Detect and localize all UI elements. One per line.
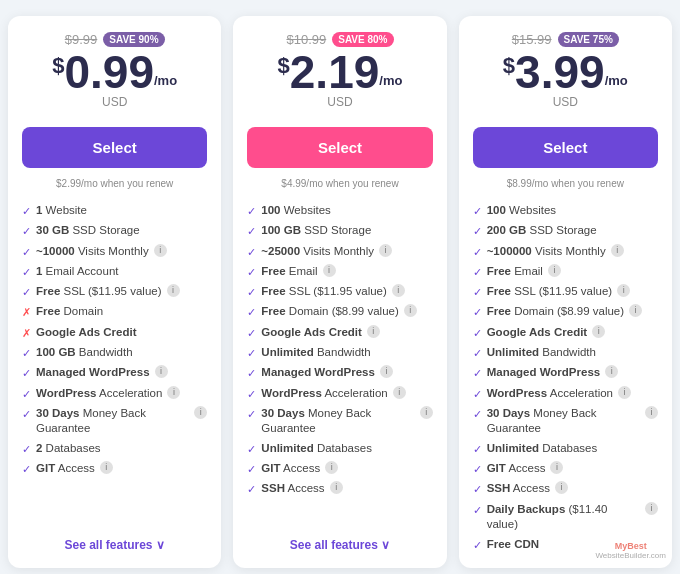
info-icon[interactable]: i <box>325 461 338 474</box>
info-icon[interactable]: i <box>323 264 336 277</box>
check-icon: ✓ <box>22 224 31 238</box>
info-icon[interactable]: i <box>379 244 392 257</box>
check-icon: ✓ <box>247 482 256 496</box>
feature-item: ✗Google Ads Credit <box>22 325 207 340</box>
see-all-features-link[interactable]: See all features ∨ <box>22 528 207 552</box>
price-amount: 2.19 <box>290 49 380 95</box>
info-icon[interactable]: i <box>100 461 113 474</box>
check-icon: ✓ <box>22 442 31 456</box>
feature-text: Google Ads Credit <box>487 325 588 340</box>
features-list-premium: ✓100 Websites✓200 GB SSD Storage✓~100000… <box>473 203 658 552</box>
feature-item: ✓GIT Accessi <box>22 461 207 476</box>
info-icon[interactable]: i <box>154 244 167 257</box>
info-icon[interactable]: i <box>629 304 642 317</box>
info-icon[interactable]: i <box>167 284 180 297</box>
info-icon[interactable]: i <box>611 244 624 257</box>
check-icon: ✓ <box>247 462 256 476</box>
feature-text: 1 Email Account <box>36 264 118 279</box>
feature-item: ✓WordPress Accelerationi <box>247 386 432 401</box>
feature-text: Free Domain ($8.99 value) <box>261 304 398 319</box>
plan-header-premium: $15.99SAVE 75%$3.99/moUSD <box>473 32 658 115</box>
per-month-label: /mo <box>379 74 402 87</box>
feature-text: 100 GB SSD Storage <box>261 223 371 238</box>
feature-item: ✓Managed WordPressi <box>22 365 207 380</box>
feature-text: Free Domain ($8.99 value) <box>487 304 624 319</box>
select-button-business[interactable]: Select <box>247 127 432 168</box>
info-icon[interactable]: i <box>555 481 568 494</box>
feature-text: Daily Backups ($11.40 value) <box>487 502 640 532</box>
info-icon[interactable]: i <box>645 406 658 419</box>
plan-header-business: $10.99SAVE 80%$2.19/moUSD <box>247 32 432 115</box>
cross-icon: ✗ <box>22 326 31 340</box>
original-price: $10.99 <box>286 32 326 47</box>
feature-item: ✓100 GB Bandwidth <box>22 345 207 360</box>
usd-label: USD <box>247 95 432 109</box>
feature-item: ✓SSH Accessi <box>247 481 432 496</box>
info-icon[interactable]: i <box>404 304 417 317</box>
feature-text: ~100000 Visits Monthly <box>487 244 606 259</box>
check-icon: ✓ <box>473 366 482 380</box>
feature-item: ✗Free Domain <box>22 304 207 319</box>
info-icon[interactable]: i <box>550 461 563 474</box>
info-icon[interactable]: i <box>548 264 561 277</box>
usd-label: USD <box>473 95 658 109</box>
original-price: $15.99 <box>512 32 552 47</box>
check-icon: ✓ <box>247 442 256 456</box>
save-badge: SAVE 90% <box>103 32 164 47</box>
info-icon[interactable]: i <box>393 386 406 399</box>
feature-text: Free Email <box>487 264 543 279</box>
feature-item: ✓Free Emaili <box>473 264 658 279</box>
info-icon[interactable]: i <box>617 284 630 297</box>
select-button-basic[interactable]: Select <box>22 127 207 168</box>
info-icon[interactable]: i <box>420 406 433 419</box>
check-icon: ✓ <box>22 245 31 259</box>
info-icon[interactable]: i <box>155 365 168 378</box>
info-icon[interactable]: i <box>592 325 605 338</box>
check-icon: ✓ <box>473 387 482 401</box>
currency-symbol: $ <box>52 55 64 77</box>
info-icon[interactable]: i <box>167 386 180 399</box>
check-icon: ✓ <box>473 407 482 421</box>
watermark-text: WebsiteBuilder.com <box>595 551 666 560</box>
plans-container: $9.99SAVE 90%$0.99/moUSDSelect$2.99/mo w… <box>8 16 672 568</box>
feature-text: 2 Databases <box>36 441 101 456</box>
check-icon: ✓ <box>247 204 256 218</box>
feature-item: ✓Unlimited Bandwidth <box>473 345 658 360</box>
feature-text: WordPress Acceleration <box>261 386 387 401</box>
info-icon[interactable]: i <box>330 481 343 494</box>
feature-item: ✓Unlimited Databases <box>247 441 432 456</box>
check-icon: ✓ <box>247 326 256 340</box>
save-badge: SAVE 80% <box>332 32 393 47</box>
info-icon[interactable]: i <box>618 386 631 399</box>
info-icon[interactable]: i <box>392 284 405 297</box>
feature-item: ✓WordPress Accelerationi <box>22 386 207 401</box>
feature-item: ✓~100000 Visits Monthlyi <box>473 244 658 259</box>
info-icon[interactable]: i <box>380 365 393 378</box>
check-icon: ✓ <box>473 346 482 360</box>
renew-text: $8.99/mo when you renew <box>473 178 658 189</box>
feature-text: 100 Websites <box>487 203 556 218</box>
feature-text: Unlimited Databases <box>487 441 598 456</box>
feature-text: Free Domain <box>36 304 103 319</box>
original-price: $9.99 <box>65 32 98 47</box>
price-amount: 0.99 <box>64 49 154 95</box>
check-icon: ✓ <box>22 366 31 380</box>
feature-item: ✓Free SSL ($11.95 value)i <box>22 284 207 299</box>
feature-text: WordPress Acceleration <box>487 386 613 401</box>
features-list-basic: ✓1 Website✓30 GB SSD Storage✓~10000 Visi… <box>22 203 207 476</box>
see-all-features-link[interactable]: See all features ∨ <box>247 528 432 552</box>
feature-text: Unlimited Bandwidth <box>487 345 596 360</box>
per-month-label: /mo <box>605 74 628 87</box>
info-icon[interactable]: i <box>605 365 618 378</box>
watermark-logo: MyBest <box>615 541 647 551</box>
feature-item: ✓Unlimited Databases <box>473 441 658 456</box>
select-button-premium[interactable]: Select <box>473 127 658 168</box>
info-icon[interactable]: i <box>367 325 380 338</box>
feature-item: ✓Google Ads Crediti <box>473 325 658 340</box>
info-icon[interactable]: i <box>645 502 658 515</box>
info-icon[interactable]: i <box>194 406 207 419</box>
check-icon: ✓ <box>473 326 482 340</box>
check-icon: ✓ <box>22 204 31 218</box>
feature-text: 30 Days Money Back Guarantee <box>487 406 640 436</box>
check-icon: ✓ <box>22 285 31 299</box>
